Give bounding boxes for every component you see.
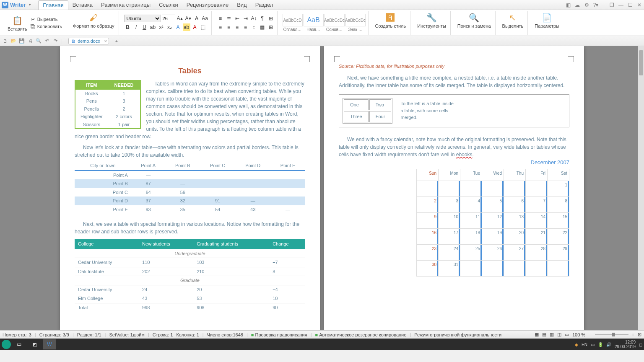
preview-icon[interactable]: 🔍 — [35, 38, 42, 44]
strike-button[interactable]: ab — [149, 23, 157, 31]
font-size-input[interactable] — [162, 15, 175, 22]
underline-button[interactable]: U — [141, 23, 148, 31]
scroll-thumb[interactable] — [639, 50, 643, 75]
minimize-icon[interactable]: — — [618, 2, 624, 8]
start-button[interactable] — [2, 340, 11, 349]
vertical-scrollbar[interactable] — [638, 46, 644, 330]
skin-icon[interactable]: ◧ — [565, 2, 571, 8]
new-tab-icon[interactable]: + — [113, 38, 120, 44]
view-icon-5[interactable]: ▭ — [565, 332, 569, 337]
sb-section[interactable]: Раздел: 1/1 — [77, 332, 101, 337]
tools-button[interactable]: 🔧Инструменты — [415, 11, 448, 29]
find-button[interactable]: 🔍Поиск и замена — [456, 11, 493, 29]
bold-button[interactable]: B — [124, 23, 132, 31]
tab-links[interactable]: Ссылки — [155, 0, 182, 10]
style-2[interactable]: AaB — [304, 14, 324, 26]
view-icon-1[interactable]: ▦ — [535, 332, 539, 337]
save-icon[interactable]: 💾 — [18, 38, 25, 44]
new-style-button[interactable]: 🅰Создать стиль — [374, 11, 408, 29]
line-spacing-button[interactable]: ↕ — [250, 23, 258, 31]
view-icon-2[interactable]: ▤ — [542, 332, 546, 337]
tabs-button[interactable]: ⊞ — [267, 15, 275, 22]
indent-button[interactable]: ⇥ — [242, 15, 249, 22]
select-button[interactable]: ↖Выделить — [501, 11, 525, 29]
shading-button[interactable]: ▦ — [259, 23, 266, 31]
style-4[interactable]: AaBbCcDc — [345, 14, 366, 26]
outdent-button[interactable]: ⇤ — [234, 15, 241, 22]
tab-view[interactable]: Вид — [233, 0, 251, 10]
battery-icon[interactable]: 🔋 — [598, 342, 603, 347]
zoom-out-icon[interactable]: − — [589, 332, 591, 337]
undo-icon[interactable]: ↶ — [44, 38, 50, 44]
sb-page[interactable]: Номер стр.: 3 — [3, 332, 31, 337]
borders-button[interactable]: ⊞ — [267, 23, 275, 31]
taskbar-app-1[interactable]: ◩ — [28, 339, 41, 349]
open-icon[interactable]: 📂 — [10, 38, 17, 44]
tab-home[interactable]: Главная — [38, 0, 68, 10]
close-icon[interactable]: ✕ — [636, 2, 642, 8]
zoom-slider[interactable] — [595, 334, 628, 335]
copy-button[interactable]: ⿻Копировать — [29, 23, 63, 30]
paste-button[interactable]: 📋 Вставить — [6, 14, 29, 32]
close-tab-icon[interactable]: × — [104, 39, 107, 44]
tab-layout[interactable]: Разметка страницы — [97, 0, 155, 10]
settings-icon[interactable]: ⚙ — [584, 2, 589, 8]
redo-icon[interactable]: ↷ — [52, 38, 59, 44]
showmarks-button[interactable]: ¶ — [259, 15, 266, 22]
maximize-icon[interactable]: ☐ — [627, 2, 633, 8]
subscript-button[interactable]: x₂ — [166, 23, 174, 31]
highlight-button[interactable]: ab — [183, 23, 190, 31]
view-icon-3[interactable]: ▥ — [550, 332, 554, 337]
bullets-button[interactable]: ≡ — [217, 15, 224, 22]
lang-indicator[interactable]: EN — [582, 342, 587, 347]
sb-line[interactable]: Строка: 1 — [153, 332, 173, 337]
sb-setval[interactable]: SetValue: 1дюйм — [109, 332, 144, 337]
app-menu-dd[interactable]: ▼ — [28, 3, 31, 7]
sort-button[interactable]: A↓ — [250, 15, 258, 22]
document-tab[interactable]: 🗎 demo.docx × — [68, 38, 109, 44]
tray-icon-1[interactable]: ◆ — [575, 342, 578, 347]
sb-words[interactable]: Число слов:1648 — [207, 332, 243, 337]
cloud-icon[interactable]: ☁ — [574, 2, 580, 8]
tab-section[interactable]: Раздел — [251, 0, 278, 10]
taskbar-files[interactable]: 🗂 — [13, 339, 26, 349]
tray-icon-2[interactable]: ▭ — [591, 342, 595, 347]
fit-icon[interactable]: ⊡ — [638, 332, 641, 337]
zoom-in-icon[interactable]: + — [632, 332, 634, 337]
sb-col[interactable]: Колонка: 1 — [176, 332, 199, 337]
page-left[interactable]: Tables ITEMNEEDED Books1Pens3Pencils2Hig… — [60, 46, 320, 330]
shrink-font-icon[interactable]: A▾ — [184, 15, 192, 22]
font-select[interactable]: Ubuntu — [124, 15, 161, 22]
sb-zoom[interactable]: 100 % — [572, 332, 585, 337]
tab-insert[interactable]: Вставка — [68, 0, 97, 10]
numbering-button[interactable]: ≣ — [225, 15, 233, 22]
justify-button[interactable]: ≡ — [242, 23, 249, 31]
clear-fmt-icon[interactable]: A̶ — [193, 15, 200, 22]
change-case-icon[interactable]: Aa — [201, 15, 209, 22]
font-color-button[interactable]: A — [191, 23, 199, 31]
tab-review[interactable]: Рецензирование — [182, 0, 233, 10]
style-1[interactable]: AaBbCcD — [283, 14, 303, 26]
align-left-button[interactable]: ≡ — [217, 23, 224, 31]
view-icon-4[interactable]: ◫ — [557, 332, 561, 337]
volume-icon[interactable]: 🔊 — [606, 342, 611, 347]
cut-button[interactable]: ✂Вырезать — [29, 16, 63, 23]
char-border-button[interactable]: ⬚ — [200, 23, 207, 31]
page-right[interactable]: Source: Fictitious data, for illustratio… — [324, 46, 584, 330]
sb-spell[interactable]: Проверка правописания — [251, 332, 307, 337]
new-icon[interactable]: 🗋 — [2, 38, 8, 44]
grow-font-icon[interactable]: A▴ — [176, 15, 184, 22]
sb-pages[interactable]: Страница: 3/9 — [39, 332, 69, 337]
help-icon[interactable]: ?▾ — [593, 2, 599, 8]
text-effects-button[interactable]: A — [174, 23, 182, 31]
italic-button[interactable]: I — [132, 23, 140, 31]
clock[interactable]: 12:09 29.03.2019 — [615, 340, 636, 349]
align-center-button[interactable]: ≡ — [225, 23, 233, 31]
align-right-button[interactable]: ≡ — [234, 23, 241, 31]
print-icon[interactable]: 🖨 — [27, 38, 34, 44]
style-3[interactable]: AaBbCcDc — [325, 14, 345, 26]
superscript-button[interactable]: x² — [158, 23, 165, 31]
sb-backup[interactable]: Автоматическое резервное копирование — [315, 332, 407, 337]
params-button[interactable]: 📄Параметры — [533, 11, 561, 29]
taskbar-writer[interactable]: W — [43, 339, 56, 349]
